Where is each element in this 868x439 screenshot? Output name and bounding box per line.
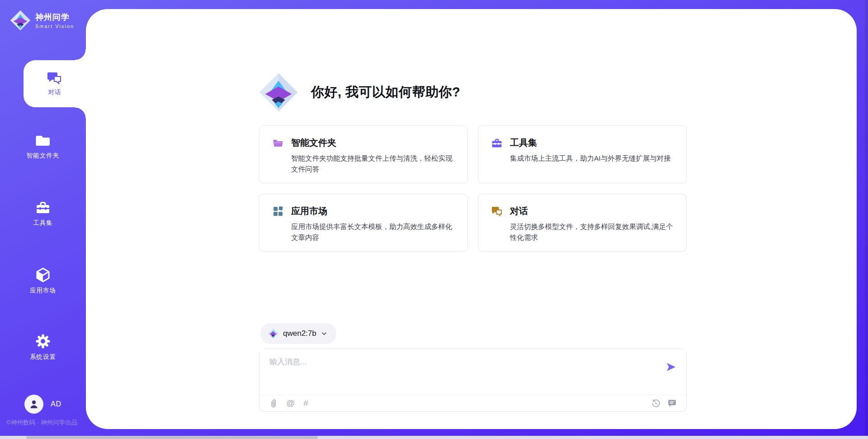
user-name: AD xyxy=(51,400,61,408)
chevron-down-icon xyxy=(321,330,327,337)
brand-logo: 神州问学 Smart Vision xyxy=(10,10,74,31)
card-desc: 集成市场上主流工具，助力AI与外界无缝扩展与对接 xyxy=(491,153,675,164)
main-content-panel: 你好, 我可以如何帮助你? 智能文件夹 智能文件夹功能支持批量文件上传与清洗，轻… xyxy=(86,9,857,429)
attach-icon[interactable] xyxy=(269,399,278,408)
sidebar-item-label: 系统设置 xyxy=(30,353,56,360)
brand-diamond-icon xyxy=(10,10,31,31)
card-smart-folder[interactable]: 智能文件夹 智能文件夹功能支持批量文件上传与清洗，轻松实现文件问答 xyxy=(259,125,468,183)
model-selector[interactable]: qwen2:7b xyxy=(260,323,336,344)
sidebar: 神州问学 Smart Vision 对话 智能文件夹 工具集 xyxy=(0,0,86,439)
card-title: 应用市场 xyxy=(291,205,327,217)
chat-icon xyxy=(491,205,503,217)
welcome-title: 你好, 我可以如何帮助你? xyxy=(311,83,460,101)
active-tab-curve-bottom xyxy=(75,107,86,118)
card-title: 对话 xyxy=(510,205,528,217)
sidebar-item-label: 对话 xyxy=(48,88,61,96)
sidebar-item-smart-folder[interactable]: 智能文件夹 xyxy=(0,134,86,160)
feature-cards: 智能文件夹 智能文件夹功能支持批量文件上传与清洗，轻松实现文件问答 工具集 集成… xyxy=(259,125,687,252)
card-title: 工具集 xyxy=(510,137,537,149)
toolbox-icon xyxy=(35,200,51,215)
avatar xyxy=(24,395,43,414)
card-desc: 灵活切换多模型文件，支持多样回复效果调试,满足个性化需求 xyxy=(491,221,675,243)
diamond-logo-icon xyxy=(268,328,278,339)
sidebar-item-settings[interactable]: 系统设置 xyxy=(0,334,86,361)
card-desc: 应用市场提供丰富长文本模板，助力高效生成多样化文章内容 xyxy=(272,221,456,243)
gear-icon xyxy=(35,334,51,349)
message-input[interactable] xyxy=(259,349,686,395)
active-tab-curve-top xyxy=(75,49,86,60)
send-icon[interactable] xyxy=(665,362,676,372)
sidebar-item-label: 工具集 xyxy=(33,220,53,226)
card-desc: 智能文件夹功能支持批量文件上传与清洗，轻松实现文件问答 xyxy=(272,153,456,175)
model-name: qwen2:7b xyxy=(283,329,316,338)
sidebar-item-label: 智能文件夹 xyxy=(27,152,60,159)
folder-icon xyxy=(272,137,284,149)
brand-subtitle: Smart Vision xyxy=(35,24,74,29)
hash-icon[interactable]: # xyxy=(303,398,308,408)
message-composer: @ # xyxy=(259,348,687,412)
horizontal-scrollbar[interactable] xyxy=(0,436,868,439)
person-icon xyxy=(28,399,39,410)
cube-icon xyxy=(35,267,51,282)
card-chat[interactable]: 对话 灵活切换多模型文件，支持多样回复效果调试,满足个性化需求 xyxy=(478,194,687,252)
sidebar-item-chat[interactable]: 对话 xyxy=(24,60,86,107)
history-icon[interactable] xyxy=(651,399,660,408)
vertical-scrollbar[interactable] xyxy=(865,0,868,439)
card-app-market[interactable]: 应用市场 应用市场提供丰富长文本模板，助力高效生成多样化文章内容 xyxy=(259,194,468,252)
sidebar-item-app-market[interactable]: 应用市场 xyxy=(0,267,86,295)
welcome-block: 你好, 我可以如何帮助你? xyxy=(259,72,460,112)
sidebar-item-label: 应用市场 xyxy=(30,287,56,294)
card-toolset[interactable]: 工具集 集成市场上主流工具，助力AI与外界无缝扩展与对接 xyxy=(478,125,687,183)
grid-icon xyxy=(272,205,284,217)
horizontal-scrollbar-thumb[interactable] xyxy=(26,436,318,439)
card-title: 智能文件夹 xyxy=(291,137,336,149)
sidebar-item-toolset[interactable]: 工具集 xyxy=(0,200,86,227)
toolbox-icon xyxy=(491,137,503,149)
mention-icon[interactable]: @ xyxy=(286,398,295,408)
user-account[interactable]: AD xyxy=(0,395,86,414)
app-logo-icon xyxy=(259,72,298,112)
copyright-text: ©神州数码 · 神州问学出品 xyxy=(6,419,77,427)
chat-icon xyxy=(47,72,62,85)
feedback-icon[interactable] xyxy=(668,399,676,407)
brand-title: 神州问学 xyxy=(35,12,74,23)
folder-icon xyxy=(35,134,51,148)
